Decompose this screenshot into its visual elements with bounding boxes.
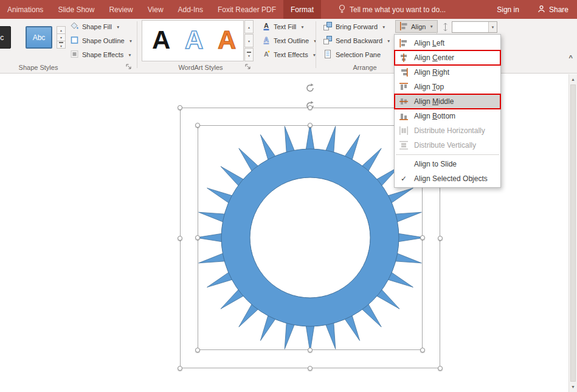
selection-handle[interactable] — [195, 123, 200, 128]
menu-item-label: Align Left — [414, 39, 444, 47]
selection-bounding-box-2 — [198, 125, 423, 350]
menu-item-label: Align Right — [414, 68, 449, 77]
menu-item-align-to-slide[interactable]: Align to Slide — [395, 157, 500, 171]
selection-handle[interactable] — [420, 235, 425, 240]
menu-item-label: Align Middle — [414, 97, 454, 106]
selection-handle[interactable] — [308, 105, 313, 110]
menu-item-label: Align Center — [414, 53, 454, 62]
icon-spacer — [397, 159, 410, 169]
menu-item-distribute-horizontally: Distribute Horizontally — [395, 123, 500, 138]
selection-handle[interactable] — [420, 348, 425, 352]
menu-item-align-right[interactable]: Align Right — [395, 65, 500, 80]
align-center-icon — [397, 53, 410, 63]
align-top-icon — [397, 82, 410, 92]
menu-item-align-left[interactable]: Align Left — [395, 36, 500, 50]
selection-handle[interactable] — [195, 235, 200, 240]
selection-handle[interactable] — [178, 236, 182, 241]
align-bottom-icon — [397, 111, 410, 121]
menu-item-label: Align Selected Objects — [414, 174, 488, 183]
align-left-icon — [397, 38, 410, 48]
align-right-icon — [397, 67, 410, 77]
align-middle-icon — [397, 97, 410, 106]
selection-handle[interactable] — [308, 348, 313, 352]
menu-separator — [396, 154, 499, 155]
menu-item-label: Align to Slide — [414, 160, 457, 168]
menu-item-align-middle[interactable]: Align Middle — [395, 94, 500, 109]
selection-handle[interactable] — [438, 236, 443, 241]
menu-item-label: Distribute Vertically — [414, 141, 476, 150]
menu-item-align-bottom[interactable]: Align Bottom — [395, 109, 500, 123]
rotation-handle[interactable] — [305, 83, 316, 94]
menu-item-align-center[interactable]: Align Center — [395, 50, 500, 65]
checkmark-icon: ✓ — [397, 174, 410, 184]
menu-item-align-selected-objects[interactable]: ✓Align Selected Objects — [395, 171, 500, 186]
selection-handle[interactable] — [178, 366, 182, 371]
selection-handle[interactable] — [178, 105, 182, 110]
selection-handle[interactable] — [195, 348, 200, 352]
distribute-v-icon — [397, 140, 410, 150]
menu-item-label: Align Bottom — [414, 112, 455, 120]
menu-item-distribute-vertically: Distribute Vertically — [395, 138, 500, 153]
menu-item-label: Align Top — [414, 83, 444, 91]
menu-item-align-top[interactable]: Align Top — [395, 80, 500, 94]
distribute-h-icon — [397, 126, 410, 136]
selection-handle[interactable] — [308, 123, 313, 128]
align-dropdown-menu: Align LeftAlign CenterAlign RightAlign T… — [394, 34, 501, 188]
selection-handle[interactable] — [438, 366, 443, 371]
selection-handle[interactable] — [308, 366, 313, 371]
menu-item-label: Distribute Horizontally — [414, 126, 485, 135]
